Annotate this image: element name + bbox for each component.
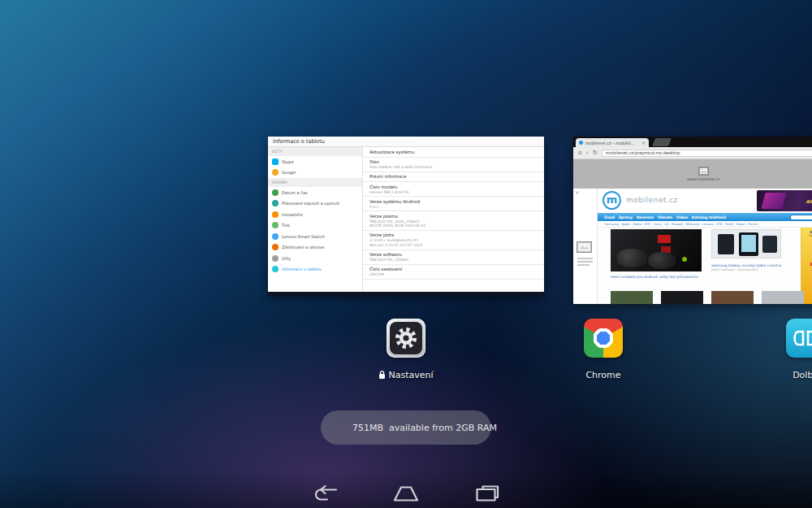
backup-icon	[272, 244, 279, 250]
dolby-app-label: Dolby	[786, 369, 812, 380]
settings-sidebar-item: Datum a čas	[268, 187, 362, 198]
article-thumbnail	[762, 291, 804, 304]
recents-icon	[474, 484, 500, 503]
reload-icon: ↻	[593, 150, 598, 156]
back-icon	[310, 484, 339, 502]
ad-phone-image	[762, 193, 787, 209]
lock-icon	[378, 370, 386, 380]
smart-switch-icon	[272, 233, 279, 240]
settings-sidebar-item-selected: Informace o tabletu	[268, 264, 362, 276]
settings-preview-navbar	[268, 292, 544, 296]
phone-image	[762, 236, 777, 253]
settings-app-icon[interactable]	[387, 319, 425, 358]
settings-sidebar-item: Účty	[268, 253, 362, 264]
gear-icon	[390, 322, 422, 354]
new-tab-button	[652, 138, 672, 146]
settings-app-label: Nastavení	[357, 369, 455, 380]
dolby-double-d-icon	[789, 328, 812, 348]
chrome-app-label: Chrome	[563, 369, 644, 380]
settings-sidebar-item: Zálohování a obnova	[268, 242, 362, 254]
nav-back-button[interactable]	[300, 483, 349, 504]
settings-preview-title: Informace o tabletu	[268, 137, 544, 147]
settings-section-header: SYSTÉM	[268, 178, 362, 187]
close-icon: ×	[575, 189, 579, 196]
site-header: m mobilenet.cz nový AlfaNote	[598, 189, 812, 213]
chrome-tab: mobilenet.cz – mobilní... ×	[576, 138, 649, 147]
detail-entry: Číslo modelu Lenovo TAB 2 A10-70L	[363, 182, 544, 197]
detail-entry: Verze systému Android 5.0.1	[363, 197, 544, 211]
broken-image-icon	[577, 241, 592, 253]
accessibility-icon	[272, 211, 279, 218]
mobilenet-site: m mobilenet.cz nový AlfaNote Úvod Zprávy…	[598, 189, 812, 304]
settings-sidebar-item: Lenovo Smart Switch	[268, 231, 362, 242]
detail-entry: Verze jádra 3.10.65+ build@ubuntu #1 Mon…	[363, 231, 544, 250]
detail-entry: Verze pásma TAB2A10-70L_S000_150601 WCLT…	[363, 211, 544, 231]
settings-sidebar-item: Tisk	[268, 220, 362, 232]
settings-sidebar-item: Usnadnění	[268, 209, 362, 220]
settings-section-header: ÚČTY	[268, 147, 362, 156]
broken-image-icon	[698, 167, 709, 176]
dolby-app-icon[interactable]	[786, 319, 812, 358]
article-thumbnail-controllers	[611, 229, 702, 271]
settings-sidebar-item: Skype	[268, 156, 362, 167]
url-bar: mobilenet.cz/prepnout-na-desktop	[602, 150, 812, 157]
chrome-toolbar: ⌂ ‹ ↻ mobilenet.cz/prepnout-na-desktop	[573, 147, 812, 159]
task-card-chrome[interactable]: mobilenet.cz – mobilní... × ⌂ ‹ ↻ mobile…	[573, 137, 812, 304]
skype-icon	[272, 158, 279, 165]
nav-recents-button[interactable]	[463, 483, 512, 504]
site-nav-bar: Úvod Zprávy Recenze Témata Videa Katalog…	[598, 213, 812, 221]
home-icon	[391, 484, 421, 502]
detail-entry: Stav Stav baterie, sítě a další informac…	[363, 158, 544, 172]
settings-preview-body: ÚČTY Skype Google SYSTÉM Datum a čas Plá…	[268, 147, 544, 292]
phone-image	[739, 232, 758, 256]
settings-sidebar: ÚČTY Skype Google SYSTÉM Datum a čas Plá…	[268, 147, 363, 292]
chrome-page: × m mobilenet.cz nový	[573, 189, 812, 304]
nav-home-button[interactable]	[382, 483, 430, 504]
google-account-icon	[272, 169, 279, 176]
settings-sidebar-item: Plánované zapnutí a vypnutí	[268, 198, 362, 210]
mobilenet-logo: m	[603, 191, 621, 210]
chrome-tabstrip: mobilenet.cz – mobilní... ×	[573, 137, 812, 147]
game-controller-image	[648, 252, 676, 269]
gutter-ad	[577, 241, 594, 266]
home-icon: ⌂	[578, 150, 582, 156]
chrome-app-icon[interactable]	[584, 319, 623, 358]
page-ad-banner: www.mobilenet.cz	[573, 159, 812, 189]
text-line	[577, 258, 593, 259]
date-time-icon	[272, 189, 279, 196]
task-card-settings[interactable]: Informace o tabletu ÚČTY Skype Google SY…	[268, 137, 544, 296]
article-thumbnail	[711, 291, 754, 304]
site-search-box	[790, 215, 812, 220]
site-subnav: Samsung · Apple · Nokia · HTC · Sony · L…	[598, 221, 812, 228]
about-tablet-icon	[272, 266, 279, 272]
detail-entry: Verze softwaru TAB2A10-70L_150601	[363, 250, 544, 265]
text-line	[577, 264, 590, 266]
schedule-power-icon	[272, 200, 279, 206]
settings-sidebar-item: Google	[268, 167, 362, 179]
detail-entry: Číslo sestavení LRX21M	[363, 265, 544, 280]
header-ad: nový AlfaNote	[757, 190, 812, 211]
article-title: Herní ovladače pro Android: velký test p…	[611, 275, 702, 279]
thumb-detail	[658, 235, 671, 243]
detail-entry: Právní informace	[363, 172, 544, 183]
site-content: Herní ovladače pro Android: velký test p…	[598, 228, 812, 304]
print-icon	[272, 222, 279, 228]
accounts-icon	[272, 255, 279, 262]
article-thumbnail-phones	[711, 229, 781, 258]
tab-favicon	[579, 141, 583, 145]
back-arrow-icon: ‹	[586, 150, 589, 156]
clean-memory-button[interactable]: 751MB available from 2GB RAM	[321, 410, 491, 445]
tab-close-icon: ×	[641, 141, 646, 145]
detail-entry: Aktualizace systému	[363, 147, 544, 158]
thumb-detail	[682, 257, 687, 262]
text-line	[577, 261, 593, 263]
page-gutter: ×	[573, 189, 598, 304]
article-thumbnail	[661, 291, 703, 304]
game-controller-image	[617, 249, 646, 267]
settings-detail-pane: Aktualizace systému Stav Stav baterie, s…	[363, 147, 544, 292]
article-row-2	[611, 291, 812, 304]
phone-image	[718, 234, 734, 254]
recent-apps-screen: Informace o tabletu ÚČTY Skype Google SY…	[0, 0, 812, 508]
article-title: Samsung Galaxy: novinky týdne v kostce p…	[711, 263, 781, 273]
article-thumbnail	[611, 291, 653, 304]
